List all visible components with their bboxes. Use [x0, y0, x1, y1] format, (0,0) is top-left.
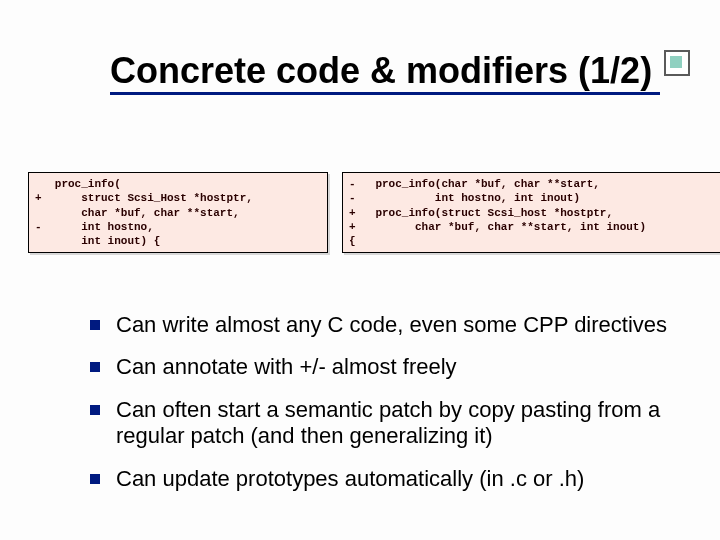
bullet-item: Can update prototypes automatically (in … — [90, 466, 690, 492]
bullet-item: Can often start a semantic patch by copy… — [90, 397, 690, 450]
bullet-list: Can write almost any C code, even some C… — [50, 312, 690, 508]
code-block-left: proc_info( + struct Scsi_Host *hostptr, … — [28, 172, 328, 253]
slide-title: Concrete code & modifiers (1/2) — [110, 50, 660, 95]
bullet-item: Can annotate with +/- almost freely — [90, 354, 690, 380]
slide-decoration-square — [664, 50, 690, 76]
code-examples-row: proc_info( + struct Scsi_Host *hostptr, … — [28, 172, 720, 253]
code-block-right: - proc_info(char *buf, char **start, - i… — [342, 172, 720, 253]
bullet-item: Can write almost any C code, even some C… — [90, 312, 690, 338]
